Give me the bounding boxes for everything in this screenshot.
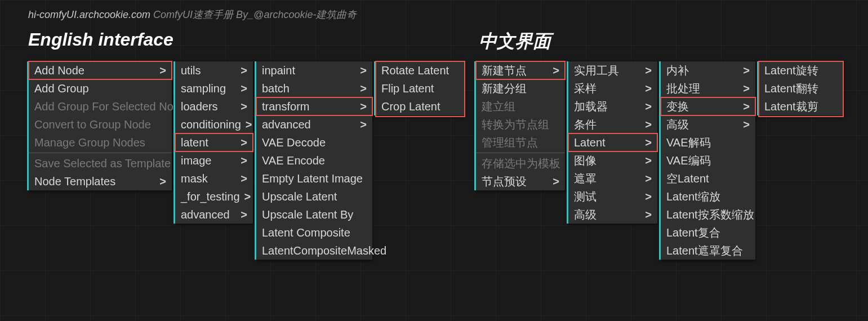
menu-item[interactable]: 遮罩> [568, 170, 657, 188]
menu-item[interactable]: 高级> [568, 206, 657, 224]
menu-item[interactable]: Add Node> [29, 61, 172, 79]
submenu-arrow-icon: > [241, 207, 247, 222]
menu-item-label: Upscale Latent By [262, 207, 353, 222]
menu-item-label: 建立组 [482, 99, 515, 114]
menu-item-label: 实用工具 [574, 63, 619, 78]
menu-item-label: advanced [262, 117, 311, 132]
menu-item[interactable]: 变换> [661, 97, 755, 115]
menu-item-label: Node Templates [34, 173, 115, 189]
menu-item-label: conditioning [181, 117, 241, 132]
menu-item-label: 存储选中为模板 [482, 155, 560, 171]
menu-item[interactable]: 采样> [568, 79, 657, 97]
menu-item[interactable]: inpaint> [256, 61, 372, 79]
menu-item-label: Latent复合 [666, 225, 720, 240]
menu-item-label: Save Selected as Template [34, 155, 171, 171]
menu-item[interactable]: _for_testing> [175, 188, 253, 206]
menu-item[interactable]: 加载器> [568, 97, 657, 115]
submenu-arrow-icon: > [645, 63, 652, 78]
menu-item[interactable]: 内补> [661, 61, 755, 79]
menu-item: Save Selected as Template [29, 154, 172, 172]
menu-item[interactable]: Latent裁剪 [759, 97, 843, 115]
context-menu-en-level4: Rotate LatentFlip LatentCrop Latent [375, 61, 465, 116]
context-menu-cn-level1: 新建节点>新建分组建立组转换为节点组管理组节点存储选中为模板节点预设> [475, 61, 566, 191]
menu-item-label: 高级 [574, 207, 597, 222]
context-menu-en-level2: utils>sampling>loaders>conditioning>late… [175, 61, 253, 224]
menu-item: 转换为节点组 [476, 115, 565, 133]
menu-item[interactable]: loaders> [175, 97, 253, 115]
menu-item-label: sampling [181, 81, 226, 96]
menu-item[interactable]: Upscale Latent [256, 188, 372, 206]
menu-item[interactable]: Add Group [29, 79, 172, 97]
menu-item[interactable]: sampling> [175, 79, 253, 97]
menu-item: 建立组 [476, 97, 565, 115]
menu-item[interactable]: 高级> [661, 115, 755, 133]
menu-item-label: Add Node [34, 63, 84, 78]
submenu-arrow-icon: > [743, 99, 750, 114]
menu-item[interactable]: Empty Latent Image [256, 170, 372, 188]
context-menu-cn-level2: 实用工具>采样>加载器>条件>Latent>图像>遮罩>测试>高级> [568, 61, 658, 224]
menu-item-label: Manage Group Nodes [34, 135, 145, 150]
submenu-arrow-icon: > [241, 153, 247, 168]
menu-item: Manage Group Nodes [29, 133, 172, 151]
menu-separator [29, 153, 172, 153]
menu-item[interactable]: 新建分组 [476, 79, 565, 97]
menu-item-label: 转换为节点组 [482, 117, 549, 132]
menu-item-label: 管理组节点 [482, 135, 538, 150]
submenu-arrow-icon: > [645, 153, 652, 168]
menu-item-label: Latent翻转 [764, 81, 818, 96]
menu-item[interactable]: LatentCompositeMasked [256, 242, 372, 260]
menu-item[interactable]: 测试> [568, 188, 657, 206]
section-title-chinese: 中文界面 [479, 29, 551, 54]
menu-item[interactable]: transform> [256, 97, 372, 115]
menu-item[interactable]: Latent缩放 [661, 188, 755, 206]
menu-item[interactable]: VAE解码 [661, 133, 755, 151]
menu-item[interactable]: batch> [256, 79, 372, 97]
menu-item[interactable]: Upscale Latent By [256, 206, 372, 224]
submenu-arrow-icon: > [244, 189, 251, 204]
menu-item[interactable]: mask> [175, 170, 253, 188]
menu-item[interactable]: 空Latent [661, 170, 755, 188]
menu-item[interactable]: VAE Encode [256, 151, 372, 170]
menu-item[interactable]: Node Templates> [29, 172, 172, 190]
menu-item-label: 节点预设 [482, 173, 527, 189]
menu-item[interactable]: Latent Composite [256, 224, 372, 242]
menu-item-label: transform [262, 99, 309, 114]
menu-item[interactable]: 实用工具> [568, 61, 657, 79]
context-menu-en-level1: Add Node>Add GroupAdd Group For Selected… [28, 61, 172, 191]
menu-item[interactable]: Latent遮罩复合 [661, 242, 755, 260]
menu-item[interactable]: 批处理> [661, 79, 755, 97]
menu-item[interactable]: Latent> [568, 133, 657, 151]
menu-item-label: 内补 [666, 63, 689, 78]
menu-item[interactable]: 图像> [568, 151, 657, 170]
menu-item[interactable]: utils> [175, 61, 253, 79]
menu-item[interactable]: 新建节点> [476, 61, 565, 79]
menu-item[interactable]: VAE编码 [661, 151, 755, 170]
menu-item[interactable]: Crop Latent [376, 97, 465, 115]
menu-item[interactable]: Latent翻转 [759, 79, 843, 97]
submenu-arrow-icon: > [241, 63, 247, 78]
menu-item[interactable]: advanced> [256, 115, 372, 133]
menu-item[interactable]: Latent旋转 [759, 61, 843, 79]
menu-item[interactable]: 条件> [568, 115, 657, 133]
menu-item[interactable]: latent> [175, 133, 253, 151]
menu-item-label: 采样 [574, 81, 597, 96]
menu-item[interactable]: image> [175, 151, 253, 170]
menu-item[interactable]: Latent按系数缩放 [661, 206, 755, 224]
menu-item: 管理组节点 [476, 133, 565, 151]
menu-item[interactable]: Flip Latent [376, 79, 465, 97]
menu-item[interactable]: Latent复合 [661, 224, 755, 242]
menu-item-label: advanced [181, 207, 230, 222]
menu-item-label: Rotate Latent [381, 63, 449, 78]
menu-item[interactable]: conditioning> [175, 115, 253, 133]
submenu-arrow-icon: > [360, 99, 367, 114]
menu-item[interactable]: 节点预设> [476, 172, 565, 190]
menu-item-label: 空Latent [666, 171, 709, 186]
menu-item-label: Crop Latent [381, 99, 440, 114]
submenu-arrow-icon: > [743, 117, 750, 132]
menu-item-label: loaders [181, 99, 218, 114]
submenu-arrow-icon: > [645, 117, 652, 132]
menu-item[interactable]: advanced> [175, 206, 253, 224]
menu-item[interactable]: VAE Decode [256, 133, 372, 151]
menu-item-label: LatentCompositeMasked [262, 243, 386, 258]
menu-item[interactable]: Rotate Latent [376, 61, 465, 79]
